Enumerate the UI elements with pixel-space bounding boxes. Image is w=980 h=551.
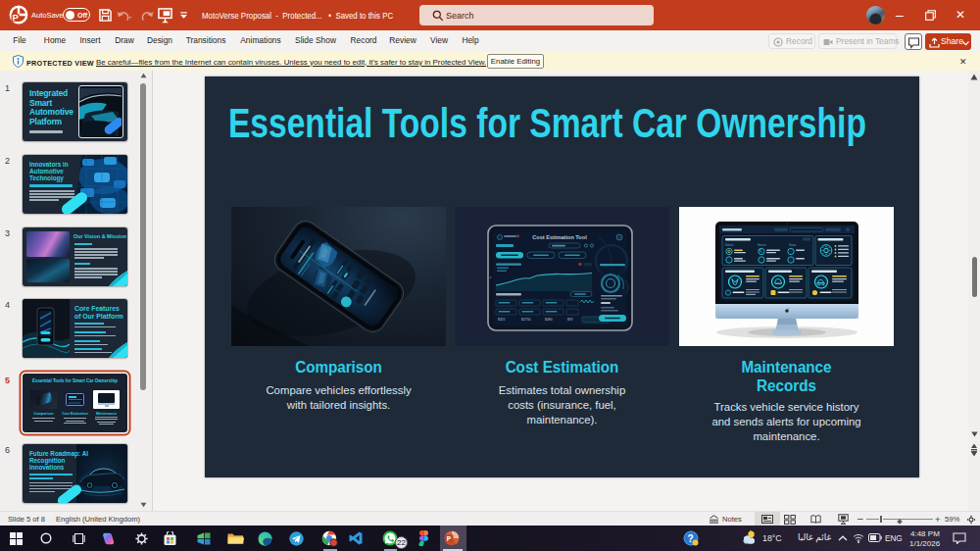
svg-text:P: P: [447, 535, 452, 542]
svg-text:Vehicle: Vehicle: [725, 243, 734, 247]
svg-text:P: P: [13, 12, 20, 23]
svg-text:Status: Status: [789, 243, 797, 247]
svg-text:Service: Service: [758, 243, 766, 247]
